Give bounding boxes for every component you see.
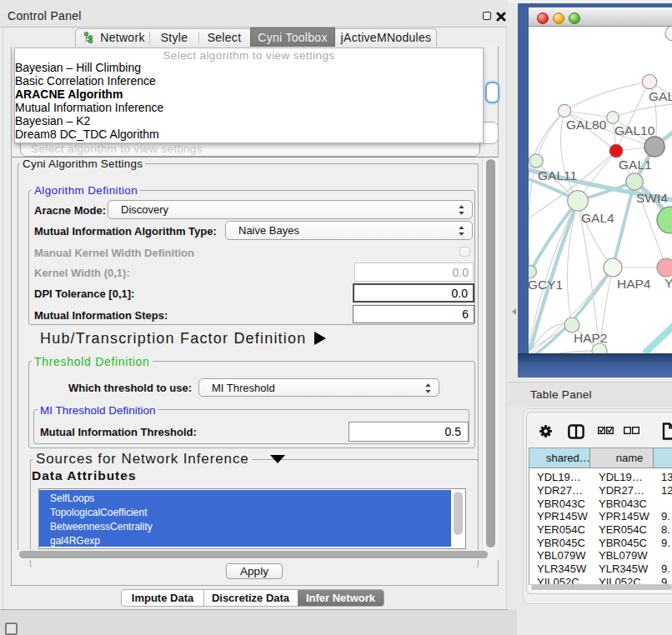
svg-text:GAL1: GAL1 [619,158,652,172]
svg-text:GCY1: GCY1 [529,278,563,292]
svg-text:GAL: GAL [649,89,672,103]
svg-text:HAP2: HAP2 [574,331,608,345]
svg-text:HAP4: HAP4 [617,277,651,291]
svg-text:GAL11: GAL11 [538,168,577,182]
svg-text:GAL80: GAL80 [566,118,607,132]
svg-text:GAL4: GAL4 [581,211,614,225]
svg-text:Y: Y [664,276,672,290]
svg-text:GAL10: GAL10 [614,123,655,138]
svg-text:SWI4: SWI4 [636,191,668,205]
